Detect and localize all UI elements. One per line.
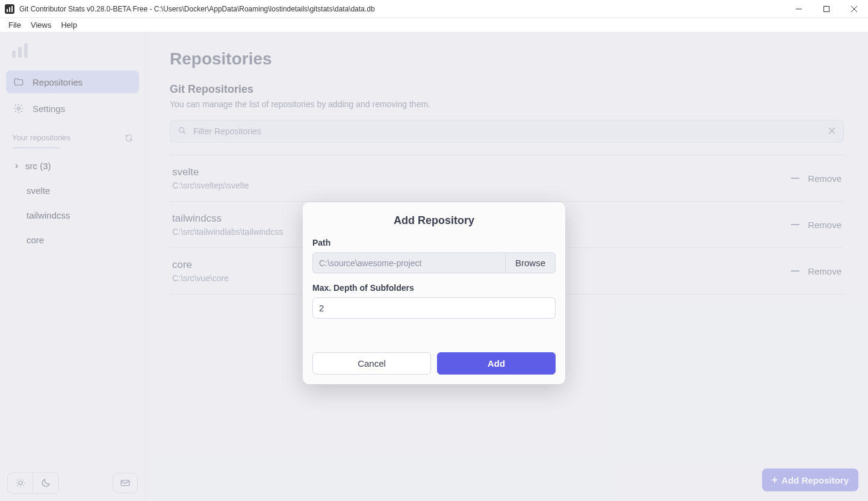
nav-repositories[interactable]: Repositories (6, 70, 139, 93)
svg-rect-2 (11, 6, 13, 12)
svg-point-13 (179, 127, 184, 132)
clear-icon[interactable] (828, 126, 836, 137)
depth-label: Max. Depth of Subfolders (312, 283, 556, 293)
theme-dark-button[interactable] (33, 473, 58, 493)
tree-item-label: core (26, 235, 44, 245)
add-repository-button[interactable]: + Add Repository (762, 468, 858, 491)
app-icon (5, 4, 14, 14)
progress-indicator (12, 147, 60, 149)
svg-rect-12 (121, 481, 129, 486)
minus-icon (791, 178, 799, 179)
add-button[interactable]: Add (437, 352, 556, 375)
svg-rect-9 (24, 43, 28, 58)
repo-name: svelte (172, 166, 791, 178)
tree-item-svelte[interactable]: svelte (5, 179, 140, 202)
window-title: Git Contributor Stats v0.28.0-BETA Free … (19, 5, 785, 13)
filter-repositories (170, 120, 844, 143)
remove-button[interactable]: Remove (791, 173, 842, 184)
minus-icon (791, 270, 799, 272)
remove-label: Remove (808, 220, 842, 230)
refresh-icon[interactable] (125, 134, 133, 142)
sun-icon (15, 478, 26, 488)
page-title: Repositories (170, 49, 844, 69)
tree-item-label: tailwindcss (26, 210, 70, 220)
remove-label: Remove (808, 266, 842, 276)
chevron-right-icon (14, 163, 20, 169)
cancel-button[interactable]: Cancel (312, 352, 431, 375)
menubar: File Views Help (0, 18, 868, 33)
repo-path: C:\src\sveltejs\svelte (172, 181, 791, 190)
gear-icon (13, 103, 24, 114)
svg-rect-1 (9, 7, 10, 12)
tree-item-tailwindcss[interactable]: tailwindcss (5, 204, 140, 226)
section-description: You can manage the list of repositories … (170, 99, 844, 109)
add-repository-dialog: Add Repository Path Browse Max. Depth of… (303, 202, 565, 384)
svg-rect-8 (18, 47, 22, 58)
svg-rect-4 (824, 6, 829, 11)
your-repositories-label: Your repositories (12, 133, 125, 142)
add-repository-label: Add Repository (781, 475, 849, 485)
tree-folder-label: src (3) (25, 161, 51, 171)
filter-input[interactable] (193, 126, 828, 136)
section-title: Git Repositories (170, 83, 844, 96)
theme-toggle (7, 472, 59, 494)
remove-label: Remove (808, 173, 842, 184)
menu-file[interactable]: File (4, 19, 26, 31)
path-label: Path (312, 238, 556, 247)
logo-icon (0, 33, 145, 66)
nav-repositories-label: Repositories (33, 77, 82, 87)
menu-views[interactable]: Views (26, 19, 56, 31)
svg-rect-0 (7, 9, 8, 12)
mail-button[interactable] (113, 473, 138, 493)
repo-row: svelte C:\src\sveltejs\svelte Remove (170, 155, 844, 202)
close-button[interactable] (840, 0, 868, 18)
maximize-button[interactable] (813, 0, 840, 18)
svg-point-10 (17, 107, 20, 110)
sidebar: Repositories Settings Your repositories … (0, 33, 146, 501)
mail-icon (120, 478, 131, 488)
svg-line-14 (184, 132, 185, 134)
remove-button[interactable]: Remove (791, 220, 842, 230)
svg-point-11 (19, 481, 22, 485)
search-icon (178, 126, 187, 137)
remove-button[interactable]: Remove (791, 266, 842, 276)
tree-item-label: svelte (26, 185, 50, 196)
nav-settings[interactable]: Settings (6, 97, 139, 120)
depth-input[interactable] (312, 297, 556, 319)
titlebar: Git Contributor Stats v0.28.0-BETA Free … (0, 0, 868, 18)
dialog-title: Add Repository (312, 214, 556, 227)
tree-item-core[interactable]: core (5, 229, 140, 251)
svg-rect-7 (12, 51, 16, 58)
minimize-button[interactable] (785, 0, 813, 18)
menu-help[interactable]: Help (56, 19, 82, 31)
browse-button[interactable]: Browse (505, 252, 556, 273)
tree-folder-src[interactable]: src (3) (5, 155, 140, 177)
folder-icon (13, 76, 24, 87)
path-input[interactable] (312, 252, 505, 273)
plus-icon: + (772, 475, 778, 485)
moon-icon (40, 478, 51, 488)
theme-light-button[interactable] (8, 473, 33, 493)
nav-settings-label: Settings (33, 104, 65, 114)
minus-icon (791, 224, 799, 225)
